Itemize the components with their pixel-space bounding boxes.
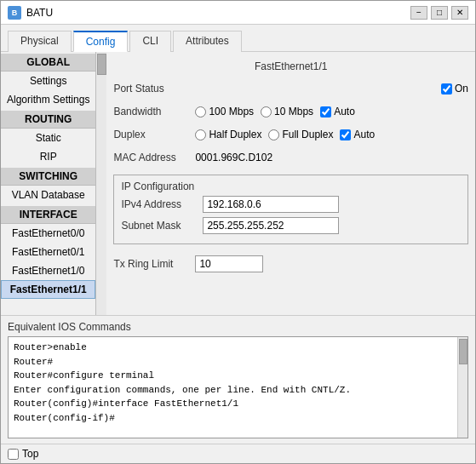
app-title: BATU [26,7,410,19]
tx-ring-row: Tx Ring Limit [113,255,468,272]
main-content: GLOBAL Settings Algorithm Settings ROUTI… [1,52,475,315]
console-line-5: Router(config-if)# [14,411,462,426]
sidebar-wrapper: GLOBAL Settings Algorithm Settings ROUTI… [1,52,106,315]
subnet-input[interactable] [203,217,339,234]
window-controls: − □ ✕ [410,6,468,20]
bandwidth-auto-checkbox[interactable] [320,106,331,117]
tab-physical[interactable]: Physical [8,31,72,52]
console-line-1: Router# [14,355,462,369]
bandwidth-100-radio[interactable] [195,106,206,117]
sidebar-item-rip[interactable]: RIP [1,147,95,166]
tab-config[interactable]: Config [73,31,129,52]
duplex-row: Duplex Half Duplex Full Duplex Auto [113,129,468,140]
sidebar-item-settings[interactable]: Settings [1,72,95,90]
duplex-full-radio[interactable] [268,129,279,140]
bandwidth-10-radio[interactable] [261,106,272,117]
console-scrollbar[interactable] [457,337,467,438]
bandwidth-label: Bandwidth [113,106,190,117]
duplex-auto-checkbox[interactable] [340,129,351,140]
ipv4-label: IPv4 Address [121,198,198,210]
bandwidth-options: 100 Mbps 10 Mbps Auto [195,106,354,117]
sidebar: GLOBAL Settings Algorithm Settings ROUTI… [1,52,95,315]
top-checkbox[interactable] [8,449,19,460]
sidebar-section-interface: INTERFACE [1,206,95,224]
console-line-2: Router#configure terminal [14,369,462,383]
tx-ring-label: Tx Ring Limit [113,258,190,270]
title-bar: B BATU − □ ✕ [1,1,475,25]
bandwidth-100-label: 100 Mbps [209,106,254,117]
console-line-4: Router(config)#interface FastEthernet1/1 [14,397,462,411]
console-section: Equivalent IOS Commands Router>enable Ro… [1,315,475,444]
ipv4-row: IPv4 Address [121,196,461,213]
sidebar-item-fastethernet0-0[interactable]: FastEthernet0/0 [1,224,95,243]
duplex-full-label: Full Duplex [282,129,333,140]
mac-address-value: 0001.969C.D102 [195,152,272,163]
tx-ring-input[interactable] [195,255,263,272]
tab-cli[interactable]: CLI [129,31,171,52]
duplex-options: Half Duplex Full Duplex Auto [195,129,375,140]
minimize-button[interactable]: − [410,6,427,20]
app-icon: B [8,6,21,20]
duplex-half-radio[interactable] [195,129,206,140]
duplex-half-option[interactable]: Half Duplex [195,129,261,140]
mac-address-row: MAC Address 0001.969C.D102 [113,152,468,163]
sidebar-section-switching: SWITCHING [1,168,95,186]
console-box[interactable]: Router>enable Router# Router#configure t… [8,336,468,438]
bandwidth-auto-option[interactable]: Auto [320,106,355,117]
duplex-auto-option[interactable]: Auto [340,129,375,140]
sidebar-item-fastethernet1-1[interactable]: FastEthernet1/1 [1,280,95,299]
maximize-button[interactable]: □ [431,6,448,20]
top-label: Top [22,448,38,460]
mac-address-label: MAC Address [113,152,190,163]
subnet-label: Subnet Mask [121,220,198,232]
sidebar-section-routing: ROUTING [1,111,95,129]
sidebar-item-fastethernet0-1[interactable]: FastEthernet0/1 [1,243,95,261]
sidebar-item-static[interactable]: Static [1,129,95,147]
duplex-auto-label: Auto [353,129,375,140]
bandwidth-auto-label: Auto [334,106,355,117]
port-status-checkbox-label[interactable]: On [441,83,468,95]
tab-attributes[interactable]: Attributes [173,31,242,52]
bandwidth-row: Bandwidth 100 Mbps 10 Mbps Auto [113,106,468,117]
top-checkbox-label[interactable]: Top [8,448,38,460]
port-status-checkbox[interactable] [441,83,452,95]
subnet-row: Subnet Mask [121,217,461,234]
sidebar-scrollbar[interactable] [95,52,106,315]
sidebar-scrollbar-thumb [97,54,106,75]
close-button[interactable]: ✕ [451,6,468,20]
sidebar-item-algorithm-settings[interactable]: Algorithm Settings [1,90,95,109]
console-line-3: Enter configuration commands, one per li… [14,383,462,398]
panel-title: FastEthernet1/1 [113,59,468,76]
sidebar-item-fastethernet1-0[interactable]: FastEthernet1/0 [1,261,95,280]
bandwidth-100-option[interactable]: 100 Mbps [195,106,254,117]
sidebar-item-vlan-database[interactable]: VLAN Database [1,186,95,204]
ip-config-title: IP Configuration [121,180,461,192]
console-label: Equivalent IOS Commands [8,321,468,333]
tab-bar: Physical Config CLI Attributes [1,25,475,52]
bandwidth-10-label: 10 Mbps [274,106,313,117]
console-scrollbar-thumb [459,339,467,364]
bandwidth-10-option[interactable]: 10 Mbps [261,106,313,117]
port-status-on-label: On [455,83,468,95]
console-line-0: Router>enable [14,341,462,355]
sidebar-section-global: GLOBAL [1,54,95,72]
ipv4-input[interactable] [203,196,339,213]
ip-config-section: IP Configuration IPv4 Address Subnet Mas… [113,175,468,244]
port-status-label: Port Status [113,83,190,95]
right-panel: FastEthernet1/1 Port Status On Bandwidth [106,52,475,315]
duplex-label: Duplex [113,129,190,140]
duplex-half-label: Half Duplex [209,129,261,140]
duplex-full-option[interactable]: Full Duplex [268,129,333,140]
port-status-row: Port Status On [113,83,468,95]
main-window: B BATU − □ ✕ Physical Config CLI Attribu… [0,0,476,464]
footer: Top [1,444,475,463]
